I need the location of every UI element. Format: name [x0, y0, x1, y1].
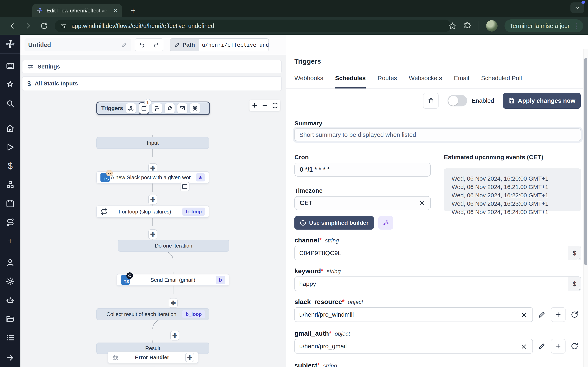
edit-name-icon[interactable] — [121, 42, 127, 48]
timezone-input[interactable] — [294, 196, 431, 210]
new-tab-button[interactable]: + — [131, 6, 135, 15]
send-email-node[interactable]: TS Send Email (gmail) b — [117, 274, 229, 286]
schedule-trigger-icon[interactable]: 1 — [139, 102, 149, 114]
schedules-icon[interactable] — [6, 199, 15, 208]
scrollbar-thumb[interactable] — [584, 58, 587, 265]
reload-icon[interactable] — [40, 22, 48, 30]
flow-name-field[interactable]: Untitled — [25, 38, 131, 51]
browser-tab[interactable]: Edit Flow u/henri/effective_un ✕ — [32, 4, 122, 17]
tab-close-icon[interactable]: ✕ — [113, 8, 118, 13]
path-editor[interactable]: Path u/henri/effective_undef — [170, 38, 269, 51]
folders-icon[interactable] — [6, 314, 15, 323]
enabled-toggle[interactable] — [448, 95, 467, 106]
user-icon[interactable] — [6, 258, 15, 267]
apply-changes-button[interactable]: Apply changes now — [503, 93, 581, 109]
add-step-button[interactable]: ✚ — [148, 195, 157, 205]
browser-update-button[interactable]: Terminer la mise à jour ⋮ — [504, 19, 583, 33]
collect-node[interactable]: Collect result of each iteration b_loop — [96, 308, 209, 320]
gmail-auth-input[interactable] — [295, 339, 532, 353]
redo-button[interactable] — [149, 39, 163, 51]
add-resource-button[interactable] — [551, 339, 566, 354]
routes-icon[interactable] — [6, 218, 15, 227]
forloop-node[interactable]: For loop (skip failures) b_loop — [96, 206, 209, 218]
webhook-trigger-icon[interactable] — [126, 103, 136, 113]
iteration-node[interactable]: Do one iteration — [118, 240, 229, 252]
refresh-resource-icon[interactable] — [571, 342, 579, 350]
search-icon[interactable] — [6, 99, 15, 108]
tab-schedules[interactable]: Schedules — [335, 75, 366, 89]
ai-cron-button[interactable] — [378, 216, 393, 230]
windmill-logo[interactable] — [4, 38, 16, 50]
add-error-handler-button[interactable]: ✚ — [185, 353, 194, 362]
triggers-panel: Triggers Webhooks Schedules Routes Webso… — [286, 35, 588, 367]
audit-list-icon[interactable] — [6, 333, 15, 342]
browser-menu-icon[interactable]: ⋮ — [573, 24, 580, 28]
slack-step-node[interactable]: TS A new Slack post with a given wor... … — [96, 171, 209, 184]
schedule-count-badge: 1 — [144, 99, 151, 106]
summary-input[interactable] — [294, 128, 581, 141]
edit-resource-icon[interactable] — [538, 310, 546, 319]
runs-icon[interactable] — [6, 143, 15, 152]
resize-handle[interactable] — [577, 287, 580, 290]
resources-icon[interactable] — [6, 180, 15, 189]
home-icon[interactable] — [6, 124, 15, 133]
clear-resource-icon[interactable] — [520, 343, 527, 350]
delete-schedule-button[interactable] — [423, 93, 439, 109]
undo-button[interactable] — [135, 39, 149, 51]
keyword-input[interactable] — [295, 280, 568, 287]
tab-webhooks[interactable]: Webhooks — [294, 75, 323, 89]
path-input[interactable]: u/henri/effective_undef — [199, 39, 268, 51]
site-settings-icon[interactable] — [60, 22, 67, 29]
add-step-button[interactable]: ✚ — [170, 331, 179, 341]
left-sidebar: $ + — [0, 35, 20, 367]
email-trigger-icon[interactable] — [177, 103, 187, 113]
collapse-arrow-icon[interactable] — [6, 353, 15, 362]
profile-avatar[interactable] — [486, 20, 498, 32]
forward-icon[interactable] — [24, 22, 32, 30]
refresh-resource-icon[interactable] — [571, 310, 579, 319]
cron-input[interactable] — [294, 163, 431, 176]
simplified-builder-button[interactable]: Use simplified builder — [294, 216, 374, 230]
settings-card[interactable]: Settings — [22, 60, 282, 73]
tab-email[interactable]: Email — [454, 75, 469, 89]
tab-routes[interactable]: Routes — [378, 75, 397, 89]
keyword-field-type: string — [327, 268, 341, 275]
tabstrip-chevron-icon[interactable] — [571, 2, 584, 13]
workers-bot-icon[interactable] — [6, 296, 15, 305]
add-step-button[interactable]: ✚ — [169, 298, 178, 308]
resize-handle[interactable] — [577, 256, 580, 259]
variables-icon[interactable]: $ — [6, 161, 15, 170]
extensions-icon[interactable] — [463, 22, 472, 30]
edit-resource-icon[interactable] — [538, 342, 546, 350]
favorites-star-icon[interactable] — [6, 80, 15, 89]
panel-scrollbar[interactable] — [583, 49, 588, 367]
bookmark-star-icon[interactable] — [448, 22, 457, 30]
clear-resource-icon[interactable] — [520, 311, 527, 319]
tab-websockets[interactable]: Websockets — [409, 75, 442, 89]
triggers-node[interactable]: Triggers 1 — [96, 101, 210, 115]
tab-scheduled-poll[interactable]: Scheduled Poll — [481, 75, 522, 89]
zoom-in-button[interactable] — [250, 100, 260, 111]
scheduled-poll-trigger-icon[interactable] — [190, 103, 200, 113]
url-bar[interactable]: app.windmill.dev/flows/edit/u/henri/effe… — [55, 20, 451, 32]
channel-input[interactable] — [295, 250, 568, 257]
zoom-out-button[interactable] — [260, 100, 270, 111]
add-resource-button[interactable] — [551, 307, 566, 322]
route-trigger-icon[interactable] — [152, 103, 162, 113]
settings-gear-icon[interactable] — [6, 277, 15, 286]
add-menu-icon[interactable]: + — [6, 236, 15, 245]
forloop-id-badge: b_loop — [182, 208, 205, 216]
error-handler-node[interactable]: Error Handler ✚ — [108, 351, 198, 363]
fit-view-button[interactable] — [270, 100, 280, 111]
clear-timezone-icon[interactable] — [419, 200, 426, 207]
back-icon[interactable] — [8, 22, 16, 30]
slack-resource-input[interactable] — [295, 308, 532, 322]
input-node[interactable]: Input — [96, 137, 209, 149]
early-stop-button[interactable] — [180, 182, 190, 191]
websocket-trigger-icon[interactable] — [165, 103, 174, 113]
flow-canvas[interactable]: Settings $ All Static Inputs Triggers 1 … — [20, 55, 286, 367]
static-inputs-card[interactable]: $ All Static Inputs — [22, 76, 282, 91]
add-step-button[interactable]: ✚ — [148, 229, 157, 239]
channel-input-wrap: $ — [294, 246, 581, 260]
runs-panel-icon[interactable] — [6, 62, 15, 71]
